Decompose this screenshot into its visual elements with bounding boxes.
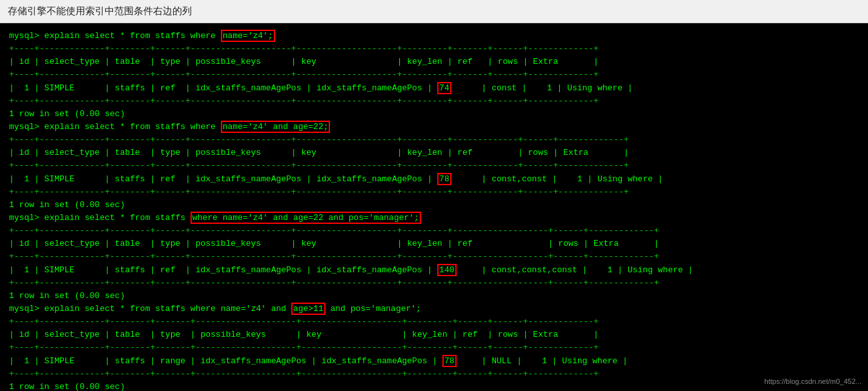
query-line-3: mysql> explain select * from staffs wher…: [9, 212, 859, 225]
divider-2c: +----+-------------+--------+------+----…: [9, 186, 859, 199]
divider-4c: +----+-------------+--------+-------+---…: [9, 368, 859, 381]
divider-4a: +----+-------------+--------+-------+---…: [9, 316, 859, 328]
header-4: | id | select_type | table | type | poss…: [9, 328, 859, 341]
divider-1a: +----+-------------+--------+------+----…: [9, 43, 859, 55]
header-1: | id | select_type | table | type | poss…: [9, 55, 859, 68]
title-text: 存储引擎不能使用索引中范围条件右边的列: [8, 5, 192, 17]
divider-3c: +----+-------------+--------+------+----…: [9, 277, 859, 290]
highlight-keylen-1: 74: [437, 82, 451, 94]
highlight-query-4: age>11: [291, 303, 326, 315]
highlight-keylen-3: 140: [437, 264, 456, 276]
divider-2a: +----+-------------+--------+------+----…: [9, 134, 859, 146]
query-line-4: mysql> explain select * from staffs wher…: [9, 303, 859, 316]
divider-4b: +----+-------------+--------+-------+---…: [9, 341, 859, 354]
page-title: 存储引擎不能使用索引中范围条件右边的列: [0, 0, 868, 23]
highlight-keylen-2: 78: [437, 173, 451, 185]
highlight-keylen-4: 78: [442, 355, 457, 367]
header-3: | id | select_type | table | type | poss…: [9, 237, 859, 250]
data-row-4: | 1 | SIMPLE | staffs | range | idx_staf…: [9, 355, 859, 368]
terminal-area: mysql> explain select * from staffs wher…: [0, 23, 868, 391]
divider-1c: +----+-------------+--------+------+----…: [9, 95, 859, 108]
divider-2b: +----+-------------+--------+------+----…: [9, 159, 859, 172]
highlight-query-2: name='z4' and age=22;: [221, 121, 331, 133]
highlight-query-1: name='z4';: [221, 30, 275, 42]
watermark: https://blog.csdn.net/m0_452...: [765, 376, 862, 387]
footer-4: 1 row in set (0.00 sec): [9, 381, 859, 391]
divider-3a: +----+-------------+--------+------+----…: [9, 225, 859, 237]
footer-1: 1 row in set (0.00 sec): [9, 108, 859, 121]
data-row-3: | 1 | SIMPLE | staffs | ref | idx_staffs…: [9, 264, 859, 277]
data-row-1: | 1 | SIMPLE | staffs | ref | idx_staffs…: [9, 82, 859, 95]
footer-3: 1 row in set (0.00 sec): [9, 290, 859, 303]
highlight-query-3: where name='z4' and age=22 and pos='mana…: [191, 212, 421, 224]
divider-3b: +----+-------------+--------+------+----…: [9, 250, 859, 263]
header-2: | id | select_type | table | type | poss…: [9, 146, 859, 159]
data-row-2: | 1 | SIMPLE | staffs | ref | idx_staffs…: [9, 173, 859, 186]
divider-1b: +----+-------------+--------+------+----…: [9, 68, 859, 81]
query-line-2: mysql> explain select * from staffs wher…: [9, 121, 859, 134]
footer-2: 1 row in set (0.00 sec): [9, 199, 859, 212]
query-line-1: mysql> explain select * from staffs wher…: [9, 30, 859, 43]
